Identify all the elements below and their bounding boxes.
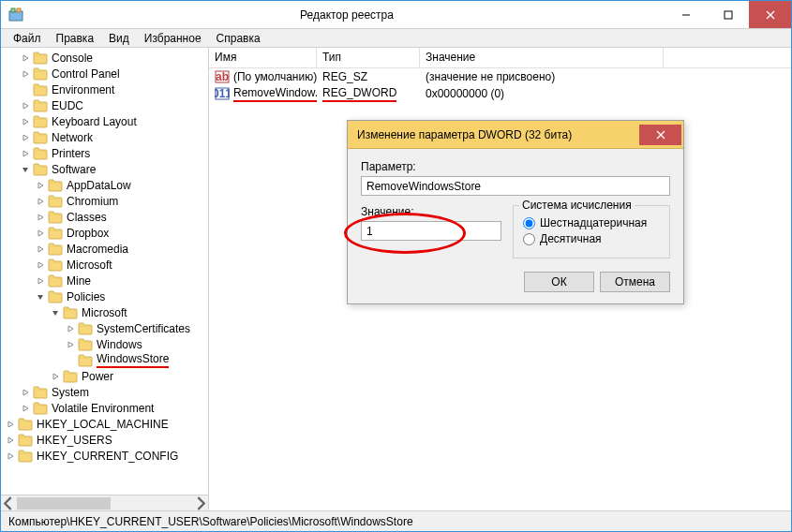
registry-tree[interactable]: ConsoleControl PanelEnvironmentEUDCKeybo… xyxy=(1,48,208,495)
folder-icon xyxy=(33,99,48,112)
tree-node[interactable]: Macromedia xyxy=(1,241,208,257)
value-data-field[interactable] xyxy=(361,221,501,241)
expand-closed-icon[interactable] xyxy=(20,148,31,159)
tree-node[interactable]: HKEY_LOCAL_MACHINE xyxy=(1,416,208,432)
expand-open-icon[interactable] xyxy=(20,164,31,175)
folder-icon xyxy=(48,211,63,224)
value-name: RemoveWindow... xyxy=(233,86,317,102)
tree-node[interactable]: System xyxy=(1,384,208,400)
expand-closed-icon[interactable] xyxy=(20,52,31,64)
tree-node[interactable]: Keyboard Layout xyxy=(1,113,208,129)
tree-node[interactable]: EUDC xyxy=(1,97,208,113)
expand-open-icon[interactable] xyxy=(50,307,61,318)
list-row[interactable]: 011RemoveWindow...REG_DWORD0x00000000 (0… xyxy=(209,85,791,102)
menu-file[interactable]: Файл xyxy=(7,30,48,47)
folder-icon xyxy=(48,259,63,272)
menu-edit[interactable]: Правка xyxy=(50,30,101,47)
expand-closed-icon[interactable] xyxy=(5,451,16,462)
scroll-left-arrow[interactable] xyxy=(1,495,17,510)
menu-help[interactable]: Справка xyxy=(210,30,267,47)
dialog-titlebar[interactable]: Изменение параметра DWORD (32 бита) xyxy=(348,121,683,149)
scroll-right-arrow[interactable] xyxy=(192,495,208,510)
expand-closed-icon[interactable] xyxy=(20,100,31,111)
horizontal-scrollbar[interactable] xyxy=(1,495,208,510)
tree-node[interactable]: SystemCertificates xyxy=(1,320,208,336)
radio-hex[interactable] xyxy=(523,217,535,229)
menu-view[interactable]: Вид xyxy=(102,30,136,47)
expand-closed-icon[interactable] xyxy=(5,419,16,430)
expand-closed-icon[interactable] xyxy=(20,387,31,398)
expand-closed-icon[interactable] xyxy=(35,212,46,223)
folder-icon xyxy=(48,227,63,240)
scroll-thumb[interactable] xyxy=(17,497,111,510)
tree-node[interactable]: Volatile Environment xyxy=(1,400,208,416)
tree-node-label: Software xyxy=(52,163,96,176)
col-type[interactable]: Тип xyxy=(317,48,420,67)
folder-icon xyxy=(33,115,48,128)
expand-closed-icon[interactable] xyxy=(65,323,76,334)
tree-node[interactable]: Control Panel xyxy=(1,66,208,81)
base-fieldset: Система исчисления Шестнадцатеричная Дес… xyxy=(513,205,670,259)
expand-closed-icon[interactable] xyxy=(35,180,46,191)
dialog-close-button[interactable] xyxy=(639,125,681,145)
radio-dec-row[interactable]: Десятичная xyxy=(523,232,660,245)
tree-node-label: Chromium xyxy=(67,195,118,208)
tree-node[interactable]: Microsoft xyxy=(1,304,208,320)
close-button[interactable] xyxy=(749,1,791,28)
ok-button[interactable]: ОК xyxy=(524,272,594,292)
tree-node-label: Printers xyxy=(52,147,90,160)
tree-node[interactable]: Chromium xyxy=(1,193,208,209)
maximize-button[interactable] xyxy=(707,1,749,28)
tree-node[interactable]: Environment xyxy=(1,81,208,97)
folder-icon xyxy=(48,243,63,256)
expand-closed-icon[interactable] xyxy=(65,339,76,350)
col-value[interactable]: Значение xyxy=(420,48,664,67)
expand-closed-icon[interactable] xyxy=(20,403,31,414)
tree-node[interactable]: Power xyxy=(1,368,208,384)
value-name: (По умолчанию) xyxy=(233,70,317,83)
window-title: Редактор реестра xyxy=(29,8,665,22)
expand-none xyxy=(65,355,76,366)
expand-closed-icon[interactable] xyxy=(35,196,46,207)
expand-closed-icon[interactable] xyxy=(50,371,61,382)
expand-closed-icon[interactable] xyxy=(5,435,16,446)
tree-node[interactable]: Dropbox xyxy=(1,225,208,241)
minimize-button[interactable] xyxy=(665,1,707,28)
tree-node[interactable]: Microsoft xyxy=(1,257,208,273)
tree-node[interactable]: HKEY_USERS xyxy=(1,432,208,448)
expand-closed-icon[interactable] xyxy=(35,228,46,239)
tree-node[interactable]: HKEY_CURRENT_CONFIG xyxy=(1,448,208,464)
expand-closed-icon[interactable] xyxy=(35,275,46,287)
tree-node[interactable]: Policies xyxy=(1,288,208,304)
radio-dec[interactable] xyxy=(523,233,535,245)
tree-node-label: SystemCertificates xyxy=(97,322,190,335)
tree-node-label: HKEY_LOCAL_MACHINE xyxy=(37,418,169,431)
param-label: Параметр: xyxy=(361,160,670,173)
param-name-field[interactable] xyxy=(361,176,670,196)
folder-icon xyxy=(33,402,48,415)
list-row[interactable]: ab(По умолчанию)REG_SZ(значение не присв… xyxy=(209,68,791,85)
menu-favorites[interactable]: Избранное xyxy=(138,30,208,47)
col-name[interactable]: Имя xyxy=(209,48,317,67)
folder-icon xyxy=(33,52,48,65)
tree-node[interactable]: WindowsStore xyxy=(1,352,208,368)
tree-node[interactable]: Network xyxy=(1,129,208,145)
radio-hex-label: Шестнадцатеричная xyxy=(540,216,647,229)
tree-node[interactable]: Windows xyxy=(1,336,208,352)
expand-closed-icon[interactable] xyxy=(35,244,46,255)
expand-closed-icon[interactable] xyxy=(35,259,46,271)
expand-closed-icon[interactable] xyxy=(20,68,31,80)
tree-node[interactable]: Printers xyxy=(1,145,208,161)
expand-closed-icon[interactable] xyxy=(20,132,31,143)
expand-closed-icon[interactable] xyxy=(20,116,31,127)
tree-node[interactable]: Console xyxy=(1,50,208,66)
cancel-button[interactable]: Отмена xyxy=(600,272,670,292)
tree-node[interactable]: Mine xyxy=(1,273,208,288)
tree-node[interactable]: Classes xyxy=(1,209,208,225)
tree-node[interactable]: AppDataLow xyxy=(1,177,208,193)
folder-icon xyxy=(48,274,63,288)
folder-icon xyxy=(48,195,63,208)
radio-hex-row[interactable]: Шестнадцатеричная xyxy=(523,216,660,229)
expand-open-icon[interactable] xyxy=(35,291,46,303)
tree-node[interactable]: Software xyxy=(1,161,208,177)
